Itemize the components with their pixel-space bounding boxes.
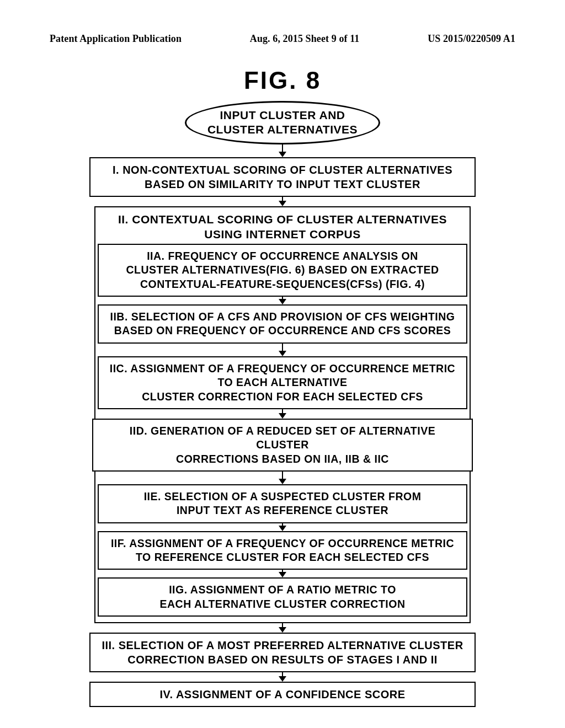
arrow-down-icon — [279, 297, 286, 304]
stage-2d-box: IID. GENERATION OF A REDUCED SET OF ALTE… — [92, 419, 473, 472]
stage-2e-box: IIE. SELECTION OF A SUSPECTED CLUSTER FR… — [98, 484, 467, 523]
stage-2-title: II. CONTEXTUAL SCORING OF CLUSTER ALTERN… — [102, 212, 463, 242]
figure-title: FIG. 8 — [50, 67, 515, 94]
header-right: US 2015/0220509 A1 — [428, 33, 515, 45]
stage-2c-box: IIC. ASSIGNMENT OF A FREQUENCY OF OCCURR… — [98, 356, 467, 409]
arrow-down-icon — [279, 409, 286, 419]
arrow-down-icon — [279, 344, 286, 356]
input-node: INPUT CLUSTER ANDCLUSTER ALTERNATIVES — [185, 101, 380, 144]
page-header: Patent Application Publication Aug. 6, 2… — [50, 33, 515, 45]
arrow-down-icon — [279, 623, 286, 633]
stage-1-box: I. NON-CONTEXTUAL SCORING OF CLUSTER ALT… — [89, 157, 476, 197]
arrow-down-icon — [279, 523, 286, 531]
header-left: Patent Application Publication — [50, 33, 182, 45]
stage-3-box: III. SELECTION OF A MOST PREFERRED ALTER… — [89, 633, 476, 672]
arrow-down-icon — [279, 197, 286, 206]
arrow-down-icon — [279, 672, 286, 682]
stage-2b-box: IIB. SELECTION OF A CFS AND PROVISION OF… — [98, 304, 467, 344]
stage-2a-box: IIA. FREQUENCY OF OCCURRENCE ANALYSIS ON… — [98, 244, 467, 297]
stage-2-container: II. CONTEXTUAL SCORING OF CLUSTER ALTERN… — [94, 206, 471, 623]
arrow-down-icon — [279, 144, 286, 157]
header-center: Aug. 6, 2015 Sheet 9 of 11 — [250, 33, 360, 45]
arrow-down-icon — [279, 472, 286, 484]
flowchart: INPUT CLUSTER ANDCLUSTER ALTERNATIVES I.… — [50, 101, 515, 707]
stage-2g-box: IIG. ASSIGNMENT OF A RATIO METRIC TOEACH… — [98, 577, 467, 617]
stage-4-box: IV. ASSIGNMENT OF A CONFIDENCE SCORE — [89, 682, 476, 707]
arrow-down-icon — [279, 570, 286, 577]
stage-2f-box: IIF. ASSIGNMENT OF A FREQUENCY OF OCCURR… — [98, 531, 467, 570]
page: Patent Application Publication Aug. 6, 2… — [0, 0, 565, 728]
